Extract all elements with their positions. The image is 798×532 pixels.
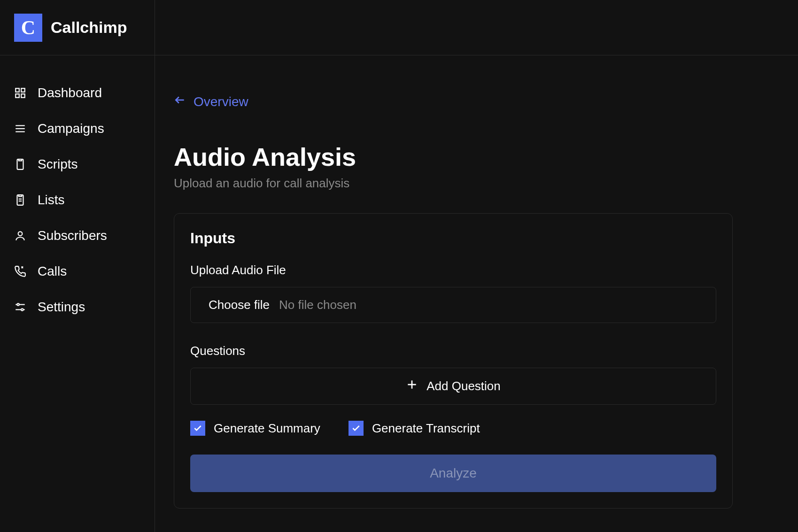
sidebar-item-label: Dashboard — [38, 85, 102, 100]
sidebar-item-label: Lists — [38, 193, 65, 208]
page-subtitle: Upload an audio for call analysis — [174, 176, 779, 191]
lists-icon — [14, 194, 26, 206]
settings-icon — [14, 301, 26, 313]
logo-icon: C — [14, 14, 42, 42]
svg-rect-0 — [15, 88, 19, 92]
sidebar-item-calls[interactable]: Calls — [0, 254, 155, 289]
checkbox-label: Generate Summary — [214, 421, 320, 436]
inputs-card: Inputs Upload Audio File Choose file No … — [174, 213, 733, 509]
subscribers-icon — [14, 230, 26, 242]
calls-icon — [14, 265, 26, 278]
sidebar-item-label: Settings — [38, 300, 85, 315]
campaigns-icon — [14, 123, 26, 135]
sidebar-item-label: Calls — [38, 264, 67, 279]
sidebar-item-settings[interactable]: Settings — [0, 289, 155, 325]
page-title: Audio Analysis — [174, 142, 779, 171]
sidebar: Dashboard Campaigns Scripts Lists Subscr… — [0, 0, 155, 532]
svg-rect-2 — [15, 94, 19, 98]
analyze-button[interactable]: Analyze — [190, 455, 716, 492]
svg-rect-3 — [21, 94, 25, 98]
sidebar-item-subscribers[interactable]: Subscribers — [0, 218, 155, 254]
checkbox-checked-icon — [190, 421, 205, 436]
upload-audio-file-input[interactable]: Choose file No file chosen — [190, 287, 716, 323]
sidebar-item-scripts[interactable]: Scripts — [0, 146, 155, 182]
sidebar-item-label: Campaigns — [38, 121, 104, 136]
dashboard-icon — [14, 87, 26, 99]
svg-point-12 — [17, 303, 19, 305]
checkbox-label: Generate Transcript — [372, 421, 480, 436]
overview-back-link[interactable]: Overview — [174, 94, 779, 109]
sidebar-item-lists[interactable]: Lists — [0, 182, 155, 218]
upload-audio-label: Upload Audio File — [190, 263, 716, 278]
sidebar-item-campaigns[interactable]: Campaigns — [0, 111, 155, 146]
generate-summary-checkbox[interactable]: Generate Summary — [190, 421, 320, 436]
main-content: Overview Audio Analysis Upload an audio … — [155, 0, 798, 532]
checkbox-checked-icon — [349, 421, 364, 436]
scripts-icon — [14, 158, 26, 170]
back-link-label: Overview — [194, 94, 248, 109]
svg-point-11 — [18, 231, 23, 236]
choose-file-label: Choose file — [209, 298, 270, 312]
add-question-label: Add Question — [426, 379, 501, 393]
arrow-left-icon — [174, 94, 186, 109]
options-row: Generate Summary Generate Transcript — [190, 421, 716, 436]
sidebar-item-label: Subscribers — [38, 228, 107, 243]
generate-transcript-checkbox[interactable]: Generate Transcript — [349, 421, 480, 436]
add-question-button[interactable]: Add Question — [190, 368, 716, 405]
sidebar-item-dashboard[interactable]: Dashboard — [0, 75, 155, 111]
brand-name: Callchimp — [51, 18, 127, 37]
logo-block[interactable]: C Callchimp — [14, 14, 127, 42]
card-title: Inputs — [190, 230, 716, 247]
file-status-text: No file chosen — [279, 298, 356, 312]
sidebar-item-label: Scripts — [38, 157, 78, 172]
plus-icon — [406, 378, 418, 394]
svg-point-15 — [21, 308, 23, 310]
questions-label: Questions — [190, 344, 716, 358]
svg-rect-1 — [21, 88, 25, 92]
